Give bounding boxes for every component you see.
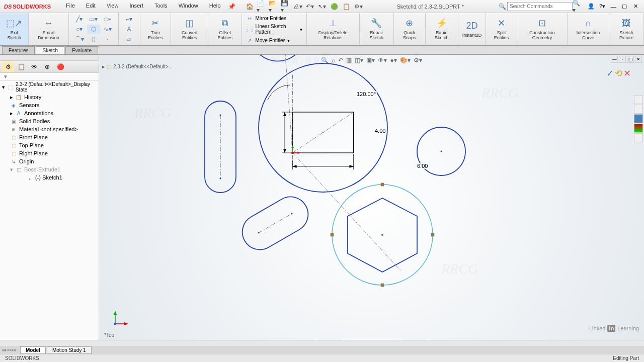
save-icon[interactable]: 💾▾ [281,2,291,12]
rectangle-tool-icon[interactable]: ▭▾ [87,15,100,24]
exit-sketch-label: Exit Sketch [4,31,24,41]
tab-model[interactable]: Model [20,346,46,354]
minimize-icon[interactable]: — [609,2,618,11]
smart-dimension-button[interactable]: ↔ Smart Dimension [32,17,65,42]
tree-filter-icon[interactable]: ▼ [0,73,99,81]
home-icon[interactable]: 🏠 [245,2,255,12]
arc-tool-icon[interactable]: ⌒▾ [73,35,86,44]
tree-config-icon[interactable]: ⚙ [2,62,14,72]
settings-icon[interactable]: ⚙▾ [353,2,363,12]
mirror-entities-button[interactable]: ⇔Mirror Entities [245,14,303,22]
menu-insert[interactable]: Insert [124,2,148,12]
tab-motion-study[interactable]: Motion Study 1 [47,346,92,354]
svg-point-10 [291,213,293,215]
graphics-viewport[interactable]: 🔍 ⌕ ↶ ▥ ◫▾ ▣▾ 👁▾ ●▾ 🎨▾ ⚙▾ — ▫ ▢ ✕ ✓ ⟲ ✕ … [99,55,644,344]
svg-marker-37 [293,165,297,168]
instant2d-label: Instant2D [462,33,482,38]
angle-dimension[interactable]: 120.00° [356,91,377,97]
tree-display-icon[interactable]: 📋 [15,62,27,72]
ellipse-tool-icon[interactable]: ⬯ [87,35,100,44]
undo-icon[interactable]: ↶▾ [305,2,315,12]
repair-sketch-button[interactable]: 🔧 Repair Sketch [363,17,390,42]
svg-rect-14 [381,183,384,186]
open-icon[interactable]: 📂▾ [269,2,279,12]
close-icon[interactable]: ✕ [631,2,640,11]
tab-evaluate[interactable]: Evaluate [65,46,98,54]
display-delete-button[interactable]: ⊥ Display/Delete Relations [310,17,356,42]
tree-item-sketch1[interactable]: ⌞(-) Sketch1 [0,173,99,182]
convert-entities-button[interactable]: ◫ Convert Entities [174,17,205,42]
plane-tool-icon[interactable]: ▱ [123,35,136,44]
svg-rect-15 [431,233,434,236]
pin-icon[interactable]: 📌 [226,2,236,12]
search-input[interactable] [507,2,573,11]
user-icon[interactable]: 👤 [587,2,596,11]
menu-view[interactable]: View [102,2,124,12]
width-dimension[interactable]: 6.00 [416,163,429,169]
search-icon[interactable]: 🔍 [497,2,507,12]
construction-icon: ⊡ [535,18,549,30]
move-entities-button[interactable]: ↗Move Entities▾ [245,36,303,44]
new-icon[interactable]: 📄▾ [257,2,267,12]
height-dimension[interactable]: 4.00 [374,128,386,134]
tree-item-history[interactable]: ▸📋History [0,93,99,101]
tree-root[interactable]: ▾⬚ 2.3-2 (Default<<Default>_Display Stat… [0,81,99,93]
convert-icon: ◫ [183,18,197,30]
exit-sketch-icon: ⬚↗ [7,18,21,30]
svg-marker-33 [283,149,286,153]
svg-line-8 [259,214,292,233]
select-icon[interactable]: ↖▾ [317,2,327,12]
tab-features[interactable]: Features [2,46,35,54]
menu-edit[interactable]: Edit [81,2,101,12]
maximize-icon[interactable]: ▢ [620,2,629,11]
tree-item-origin[interactable]: ↳Origin [0,157,99,165]
instant2d-button[interactable]: 2D Instant2D [461,19,483,39]
tree-item-front-plane[interactable]: ⬚Front Plane [0,133,99,141]
circle-tool-icon[interactable]: ○▾ [73,25,86,34]
sketch-picture-button[interactable]: 🖼 Sketch Picture [612,17,640,42]
offset-icon: ⧉ [218,18,232,30]
orientation-triad[interactable] [110,309,130,329]
intersection-button[interactable]: ∩ Intersection Curve [571,17,606,42]
exit-sketch-button[interactable]: ⬚↗ Exit Sketch [3,17,25,42]
rebuild-icon[interactable]: 🟢 [329,2,339,12]
menu-window[interactable]: Window [174,2,203,12]
tree-item-sensors[interactable]: ◈Sensors [0,101,99,109]
polygon-tool-icon[interactable]: ⬡ [87,25,100,34]
svg-line-20 [285,55,293,153]
tree-item-right-plane[interactable]: ⬚Right Plane [0,149,99,157]
tree-hide-icon[interactable]: 👁 [28,62,40,72]
point-tool-icon[interactable]: · [101,35,114,44]
horizontal-scrollbar[interactable] [0,340,644,346]
tree-appearance-icon[interactable]: 🔴 [54,62,66,72]
text-tool-icon[interactable]: A [123,25,136,34]
tree-item-material[interactable]: ≡Material <not specified> [0,125,99,133]
menu-tools[interactable]: Tools [149,2,173,12]
sketch-canvas[interactable] [99,55,644,344]
rapid-sketch-button[interactable]: ⚡ Rapid Sketch [429,17,455,42]
snaps-label: Quick Snaps [398,31,421,41]
help-icon[interactable]: ?▾ [598,2,607,11]
search-submit-icon[interactable]: 🔍▾ [573,2,583,12]
spline-tool-icon[interactable]: ∿▾ [101,25,114,34]
offset-entities-button[interactable]: ⧉ Offset Entities [211,17,238,42]
tree-target-icon[interactable]: ⊕ [41,62,53,72]
tree-item-solid-bodies[interactable]: ▣Solid Bodies [0,117,99,125]
trim-icon: ✂ [148,18,163,30]
linear-pattern-button[interactable]: ⋮⋮Linear Sketch Pattern▾ [245,23,303,35]
tree-item-boss-extrude[interactable]: ▾◫Boss-Extrude1 [0,165,99,173]
options-icon[interactable]: 📋 [341,2,351,12]
menu-file[interactable]: File [61,2,80,12]
tree-item-top-plane[interactable]: ⬚Top Plane [0,141,99,149]
print-icon[interactable]: 🖨▾ [293,2,303,12]
tree-item-annotations[interactable]: ▸AAnnotations [0,109,99,117]
slot-tool-icon[interactable]: ⬭▾ [101,15,114,24]
fillet-tool-icon[interactable]: ⌐▾ [123,15,136,24]
tab-sketch[interactable]: Sketch [36,46,64,54]
quick-snaps-button[interactable]: ⊕ Quick Snaps [397,17,422,42]
split-entities-button[interactable]: ✕ Split Entities [489,17,513,42]
construction-button[interactable]: ⊡ Construction Geometry [520,17,564,42]
line-tool-icon[interactable]: ╱▾ [73,15,86,24]
trim-entities-button[interactable]: ✂ Trim Entities [143,17,168,42]
menu-help[interactable]: Help [204,2,226,12]
